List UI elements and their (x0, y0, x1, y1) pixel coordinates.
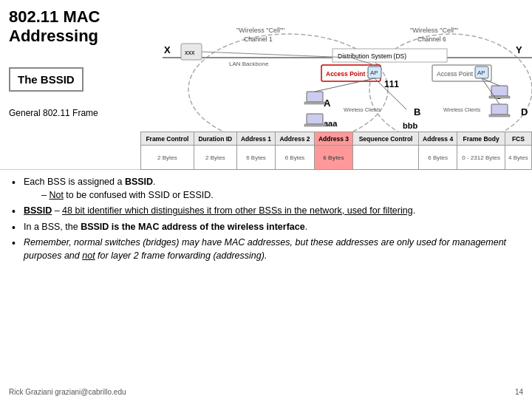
svg-rect-36 (489, 96, 510, 98)
col-frame-body: Frame Body (457, 132, 505, 146)
footer: Rick Graziani graziani@cabrillo.edu 14 (9, 388, 523, 396)
svg-text:bbb: bbb (403, 121, 417, 130)
general-frame-text: General 802.11 Frame (9, 108, 98, 118)
bssid-label: The BSSID (18, 73, 75, 86)
svg-text:111: 111 (384, 79, 399, 89)
bytes-addr1: 6 Bytes (236, 146, 276, 170)
svg-text:Wireless Clients: Wireless Clients (443, 107, 481, 112)
bytes-addr4: 6 Bytes (418, 146, 457, 170)
svg-rect-35 (491, 86, 508, 96)
svg-rect-38 (489, 115, 510, 117)
footer-left: Rick Graziani graziani@cabrillo.edu (9, 388, 126, 396)
content-area: Each BSS is assigned a BSSID. Not to be … (0, 170, 532, 270)
bytes-body: 0 - 2312 Bytes (457, 146, 505, 170)
svg-text:LAN Backbone: LAN Backbone (229, 61, 269, 67)
general-frame-label: General 802.11 Frame (9, 108, 132, 118)
title-line2: Addressing (9, 27, 98, 45)
svg-text:Access Point 2: Access Point 2 (437, 70, 478, 78)
svg-text:X: X (164, 44, 171, 55)
title-panel: 802.11 MAC Addressing The BSSID General … (0, 0, 140, 169)
svg-text:aaa: aaa (324, 119, 338, 128)
svg-text:Distribution System (DS): Distribution System (DS) (338, 52, 406, 60)
frame-bytes-row: 2 Bytes 2 Bytes 6 Bytes 6 Bytes 6 Bytes … (141, 146, 532, 170)
bullet-3: In a BSS, the BSSID is the MAC address o… (12, 221, 520, 234)
col-frame-control: Frame Control (141, 132, 194, 146)
frame-table-wrap: Frame Control Duration ID Address 1 Addr… (140, 132, 532, 170)
bytes-fcs: 4 Bytes (505, 146, 531, 170)
bytes-addr3: 6 Bytes (314, 146, 353, 170)
svg-text:B: B (414, 106, 420, 117)
bytes-duration: 2 Bytes (194, 146, 236, 170)
bullet-list: Each BSS is assigned a BSSID. Not to be … (12, 176, 520, 262)
col-seq: Sequence Control (353, 132, 419, 146)
svg-rect-28 (304, 124, 325, 126)
header-area: 802.11 MAC Addressing The BSSID General … (0, 0, 532, 170)
bssid-box: The BSSID (9, 67, 83, 92)
svg-rect-25 (304, 102, 325, 104)
page-title: 802.11 MAC Addressing (9, 7, 132, 47)
col-fcs: FCS (505, 132, 531, 146)
svg-rect-24 (307, 92, 323, 102)
col-addr2: Address 2 (276, 132, 315, 146)
sub-item-1: Not to be confused with SSID or ESSID. (24, 189, 520, 202)
svg-text:AP: AP (477, 69, 485, 76)
svg-line-43 (202, 52, 351, 58)
svg-text:Access Point 1: Access Point 1 (326, 70, 371, 78)
svg-text:"Wireless "Cell"": "Wireless "Cell"" (410, 27, 458, 34)
bullet-1: Each BSS is assigned a BSSID. Not to be … (12, 176, 520, 202)
svg-text:D: D (521, 106, 528, 117)
svg-text:AP: AP (370, 69, 378, 76)
col-addr1: Address 1 (236, 132, 276, 146)
bytes-addr2: 6 Bytes (276, 146, 315, 170)
svg-text:Wireless Clients: Wireless Clients (344, 107, 381, 112)
footer-right: 14 (515, 388, 523, 396)
svg-text:Y: Y (516, 44, 522, 55)
bytes-seq (353, 146, 419, 170)
title-line1: 802.11 MAC (9, 7, 100, 26)
svg-rect-37 (491, 104, 508, 115)
svg-text:Channel 6: Channel 6 (417, 35, 446, 43)
bullet-2: BSSID – 48 bit identifier which distingu… (12, 205, 520, 218)
diagram-area: "Wireless "Cell"" "Wireless "Cell"" Chan… (140, 0, 532, 170)
bytes-frame-control: 2 Bytes (141, 146, 194, 170)
col-addr3: Address 3 (314, 132, 353, 146)
col-duration: Duration ID (194, 132, 236, 146)
frame-table: Frame Control Duration ID Address 1 Addr… (140, 132, 532, 170)
col-addr4: Address 4 (418, 132, 457, 146)
frame-header-row: Frame Control Duration ID Address 1 Addr… (141, 132, 532, 146)
svg-text:"Wireless "Cell"": "Wireless "Cell"" (236, 27, 284, 34)
bullet-4: Remember, normal switches (bridges) may … (12, 236, 520, 262)
svg-text:xxx: xxx (185, 49, 195, 56)
svg-text:Channel 1: Channel 1 (244, 35, 273, 43)
svg-rect-27 (307, 114, 323, 124)
